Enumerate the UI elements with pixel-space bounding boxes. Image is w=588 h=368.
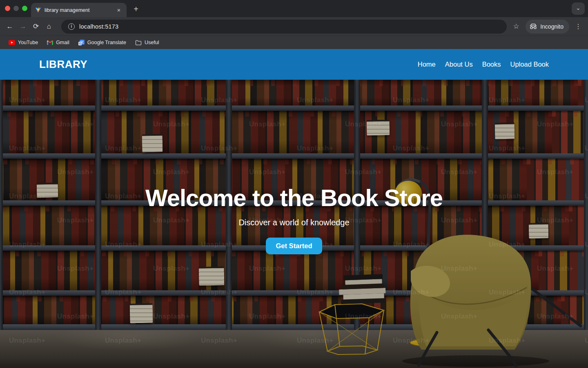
vite-favicon-icon [35, 7, 41, 13]
home-button[interactable]: ⌂ [42, 20, 56, 33]
window-controls [5, 6, 27, 11]
bookmark-star-icon[interactable]: ☆ [510, 20, 522, 33]
folder-icon [135, 40, 142, 45]
address-bar[interactable]: i localhost:5173 [61, 20, 507, 34]
bookmark-youtube[interactable]: YouTube [4, 38, 42, 47]
site-brand[interactable]: LIBRARY [39, 58, 87, 71]
hero-title: Welcome to the Book Store [0, 184, 588, 211]
incognito-icon [530, 24, 537, 29]
forward-button[interactable]: → [16, 20, 29, 33]
back-button[interactable]: ← [3, 20, 16, 33]
url-text[interactable]: localhost:5173 [79, 23, 118, 30]
bookmark-folder-useful[interactable]: Useful [131, 38, 163, 47]
nav-books[interactable]: Books [482, 61, 501, 68]
browser-tab[interactable]: library management × [31, 3, 127, 17]
main-nav: Home About Us Books Upload Book [418, 61, 549, 68]
bookmarks-bar: YouTube Gmail 文 G Google Translate Usefu… [0, 36, 588, 49]
hero-content: Welcome to the Book Store Discover a wor… [0, 184, 588, 254]
new-tab-button[interactable]: + [130, 3, 142, 16]
browser-toolbar: ← → ⟳ ⌂ i localhost:5173 ☆ Incognito ⋮ [0, 17, 588, 36]
youtube-icon [9, 40, 15, 45]
incognito-label: Incognito [540, 23, 564, 30]
tab-strip: library management × + ⌄ [0, 0, 588, 17]
close-window-button[interactable] [5, 6, 10, 11]
site-info-button[interactable]: i [66, 21, 77, 32]
nav-about-us[interactable]: About Us [445, 61, 473, 68]
svg-text:G: G [79, 42, 81, 45]
reload-button[interactable]: ⟳ [29, 20, 42, 33]
tab-search-chevron-icon[interactable]: ⌄ [572, 2, 585, 15]
maximize-window-button[interactable] [22, 6, 27, 11]
tab-title: library management [45, 7, 115, 13]
bookmark-google-translate[interactable]: 文 G Google Translate [74, 38, 131, 47]
bookmark-gmail[interactable]: Gmail [42, 38, 74, 47]
nav-home[interactable]: Home [418, 61, 436, 68]
info-icon: i [68, 23, 75, 30]
tab-close-icon[interactable]: × [115, 7, 122, 14]
browser-menu-icon[interactable]: ⋮ [572, 21, 584, 32]
translate-icon: 文 G [78, 40, 85, 46]
get-started-button[interactable]: Get Started [266, 238, 323, 254]
hero-subtitle: Discover a world of knowledge [0, 218, 588, 227]
nav-upload-book[interactable]: Upload Book [510, 61, 549, 68]
hero-section: Unsplash+Unsplash+Unsplash+Unsplash+Unsp… [0, 80, 588, 368]
site-header: LIBRARY Home About Us Books Upload Book [0, 49, 588, 80]
incognito-badge: Incognito [526, 20, 569, 34]
gmail-icon [47, 40, 53, 45]
minimize-window-button[interactable] [13, 6, 19, 11]
